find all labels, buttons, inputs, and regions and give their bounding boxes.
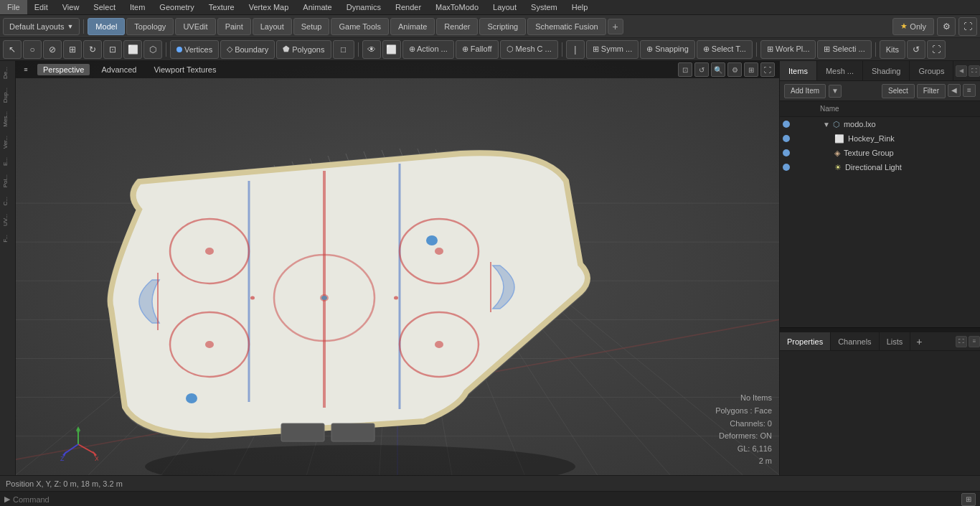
lasso-icon[interactable]: ⊘ bbox=[43, 40, 62, 59]
boundary-btn[interactable]: ◇ Boundary bbox=[220, 40, 275, 59]
viewport-tab-perspective[interactable]: Perspective bbox=[37, 64, 90, 75]
snapping-btn[interactable]: ⊕ Snapping bbox=[640, 40, 695, 59]
tab-groups[interactable]: Groups bbox=[910, 61, 953, 80]
tab-setup[interactable]: Setup bbox=[293, 18, 330, 35]
viewport-expand-icon[interactable]: ⛶ bbox=[760, 62, 775, 77]
selecti-btn[interactable]: ⊞ Selecti ... bbox=[817, 40, 871, 59]
tab-mesh[interactable]: Mesh ... bbox=[817, 61, 863, 80]
tab-items[interactable]: Items bbox=[780, 61, 817, 80]
add-properties-tab[interactable]: + bbox=[910, 332, 928, 350]
settings-icon[interactable]: ⚙ bbox=[937, 17, 956, 36]
render-preview-icon[interactable]: ⬜ bbox=[382, 40, 401, 59]
tab-paint[interactable]: Paint bbox=[217, 18, 251, 35]
menu-help[interactable]: Help bbox=[565, 0, 595, 14]
items-panel-expand[interactable]: ⛶ bbox=[969, 65, 980, 77]
mesh-display-icon[interactable]: □ bbox=[333, 40, 354, 59]
tab-scripting[interactable]: Scripting bbox=[479, 18, 526, 35]
fullscreen-icon[interactable]: ⛶ bbox=[958, 17, 977, 36]
items-col-collapse[interactable]: ◀ bbox=[948, 84, 961, 97]
tab-schematic[interactable]: Schematic Fusion bbox=[527, 18, 606, 35]
menu-texture[interactable]: Texture bbox=[202, 0, 242, 14]
bar-icon[interactable]: | bbox=[566, 40, 585, 59]
meshc-btn[interactable]: ⬡ Mesh C ... bbox=[500, 40, 558, 59]
rotate-icon[interactable]: ↻ bbox=[83, 40, 102, 59]
viewport-tab-textures[interactable]: Viewport Textures bbox=[148, 64, 222, 75]
command-execute-button[interactable]: ⊞ bbox=[961, 493, 976, 506]
items-dropdown-icon[interactable]: ▼ bbox=[829, 85, 842, 98]
menu-item[interactable]: Item bbox=[123, 0, 152, 14]
menu-view[interactable]: View bbox=[55, 0, 87, 14]
command-input[interactable] bbox=[13, 495, 961, 504]
left-tab-c[interactable]: C... bbox=[1, 192, 15, 210]
left-tab-de[interactable]: De... bbox=[1, 62, 15, 83]
transform-icon[interactable]: ⊞ bbox=[63, 40, 82, 59]
menu-render[interactable]: Render bbox=[388, 0, 428, 14]
left-tab-uv[interactable]: UV... bbox=[1, 210, 15, 230]
symm-btn[interactable]: ⊞ Symm ... bbox=[586, 40, 639, 59]
fit-icon[interactable]: ⊡ bbox=[678, 62, 692, 77]
tab-lists[interactable]: Lists bbox=[880, 332, 911, 350]
menu-layout[interactable]: Layout bbox=[486, 0, 524, 14]
menu-maxtomodo[interactable]: MaxToModo bbox=[428, 0, 486, 14]
item-texture-group[interactable]: ◈ Texture Group bbox=[780, 146, 980, 160]
scale-icon[interactable]: ⊡ bbox=[103, 40, 122, 59]
items-panel-collapse[interactable]: ◀ bbox=[956, 65, 967, 77]
select-t-btn[interactable]: ⊕ Select T... bbox=[697, 40, 753, 59]
menu-select[interactable]: Select bbox=[86, 0, 123, 14]
expand-arrow-modo[interactable]: ▼ bbox=[823, 121, 830, 128]
viewport-plus-icon[interactable]: ⊞ bbox=[744, 62, 758, 77]
tab-animate[interactable]: Animate bbox=[390, 18, 435, 35]
menu-geometry[interactable]: Geometry bbox=[152, 0, 201, 14]
menu-edit[interactable]: Edit bbox=[27, 0, 55, 14]
tab-topology[interactable]: Topology bbox=[126, 18, 174, 35]
add-tab-button[interactable]: + bbox=[608, 19, 623, 34]
refresh-icon[interactable]: ↺ bbox=[694, 62, 709, 77]
left-tab-ver[interactable]: Ver... bbox=[1, 131, 15, 153]
circle-icon[interactable]: ○ bbox=[23, 40, 42, 59]
tab-properties[interactable]: Properties bbox=[780, 332, 831, 350]
maximize-icon[interactable]: ⛶ bbox=[927, 40, 946, 59]
left-tab-e[interactable]: E... bbox=[1, 153, 15, 170]
items-more-icon[interactable]: ≡ bbox=[963, 84, 976, 97]
tab-model[interactable]: Model bbox=[88, 18, 125, 35]
mirror-icon[interactable]: ⬜ bbox=[123, 40, 142, 59]
action-btn[interactable]: ⊕ Action ... bbox=[402, 40, 454, 59]
props-more[interactable]: ≡ bbox=[969, 336, 980, 347]
viewport-menu-icon[interactable]: ≡ bbox=[20, 64, 32, 75]
shield-icon[interactable]: ⬡ bbox=[143, 40, 162, 59]
item-hockey-rink[interactable]: ⬜ Hockey_Rink bbox=[780, 131, 980, 146]
menu-vertexmap[interactable]: Vertex Map bbox=[242, 0, 296, 14]
polygons-btn[interactable]: ⬟ Polygons bbox=[276, 40, 331, 59]
tab-channels[interactable]: Channels bbox=[831, 332, 879, 350]
props-expand[interactable]: ⛶ bbox=[956, 336, 967, 347]
reset-icon[interactable]: ↺ bbox=[907, 40, 925, 59]
tab-uvedit[interactable]: UVEdit bbox=[175, 18, 215, 35]
tab-render[interactable]: Render bbox=[436, 18, 478, 35]
left-tab-pol[interactable]: Pol... bbox=[1, 170, 15, 192]
menu-file[interactable]: File bbox=[0, 0, 27, 14]
item-directional-light[interactable]: ☀ Directional Light bbox=[780, 160, 980, 174]
left-tab-dup[interactable]: Dup... bbox=[1, 83, 15, 107]
viewport-settings-icon[interactable]: ⚙ bbox=[727, 62, 742, 77]
add-item-button[interactable]: Add Item bbox=[784, 84, 826, 98]
vertices-btn[interactable]: Vertices bbox=[170, 40, 219, 59]
item-modo-lxo[interactable]: ▼ ⬡ modo.lxo bbox=[780, 117, 980, 131]
left-tab-mesh[interactable]: Mes... bbox=[1, 107, 15, 131]
viewport-tab-advanced[interactable]: Advanced bbox=[95, 64, 142, 75]
star-only-button[interactable]: ★ Only bbox=[892, 18, 934, 35]
workpl-btn[interactable]: ⊞ Work Pl... bbox=[760, 40, 816, 59]
falloff-btn[interactable]: ⊕ Falloff bbox=[456, 40, 499, 59]
tab-layout[interactable]: Layout bbox=[253, 18, 292, 35]
filter-button[interactable]: Filter bbox=[917, 84, 946, 98]
menu-dynamics[interactable]: Dynamics bbox=[339, 0, 388, 14]
menu-animate[interactable]: Animate bbox=[296, 0, 339, 14]
kits-btn[interactable]: Kits bbox=[880, 40, 905, 59]
menu-system[interactable]: System bbox=[524, 0, 565, 14]
layout-selector[interactable]: Default Layouts ▼ bbox=[3, 18, 80, 35]
texture-eye-icon[interactable]: 👁 bbox=[362, 40, 381, 59]
left-tab-f[interactable]: F... bbox=[1, 230, 15, 247]
select-button[interactable]: Select bbox=[882, 84, 915, 98]
select-mode-icon[interactable]: ↖ bbox=[3, 40, 22, 59]
tab-gametools[interactable]: Game Tools bbox=[331, 18, 389, 35]
zoom-icon[interactable]: 🔍 bbox=[711, 62, 725, 77]
